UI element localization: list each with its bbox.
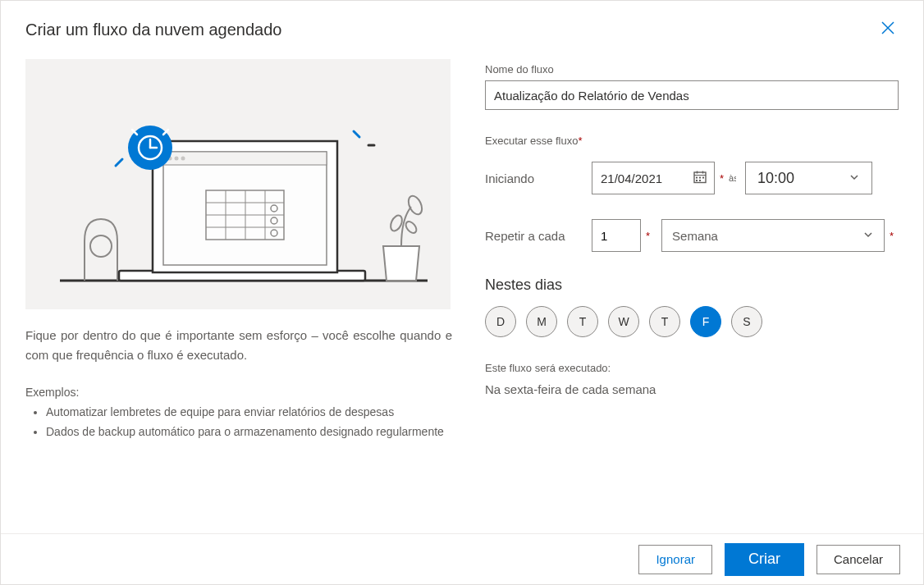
- skip-button[interactable]: Ignorar: [638, 545, 712, 574]
- required-marker: *: [720, 172, 724, 185]
- days-row: DMTWTFS: [485, 306, 899, 337]
- day-toggle-6[interactable]: S: [731, 306, 762, 337]
- list-item: Dados de backup automático para o armaze…: [46, 423, 452, 442]
- svg-line-26: [354, 131, 359, 137]
- create-button[interactable]: Criar: [725, 543, 804, 576]
- day-toggle-0[interactable]: D: [485, 306, 516, 337]
- svg-point-30: [404, 220, 419, 235]
- time-value: 10:00: [757, 170, 794, 187]
- svg-point-28: [406, 194, 425, 217]
- svg-line-25: [116, 159, 122, 166]
- day-toggle-2[interactable]: T: [567, 306, 598, 337]
- svg-rect-36: [699, 177, 701, 179]
- list-item: Automatizar lembretes de equipe para env…: [46, 403, 452, 423]
- calendar-icon: [693, 170, 707, 187]
- svg-rect-37: [702, 177, 704, 179]
- illustration: [25, 59, 451, 309]
- summary-text: Na sexta-feira de cada semana: [485, 382, 899, 396]
- required-marker: *: [890, 230, 894, 242]
- start-date-input[interactable]: 21/04/2021: [592, 162, 715, 194]
- cancel-button[interactable]: Cancelar: [817, 545, 900, 574]
- close-button[interactable]: [877, 17, 899, 43]
- description-text: Fique por dentro do que é importante sem…: [25, 326, 452, 365]
- svg-point-8: [181, 157, 185, 161]
- svg-rect-5: [163, 152, 327, 165]
- examples-list: Automatizar lembretes de equipe para env…: [25, 403, 452, 442]
- svg-point-1: [90, 235, 112, 257]
- run-flow-heading: Executar esse fluxo*: [485, 135, 899, 147]
- laptop-schedule-illustration: [25, 59, 451, 309]
- examples-label: Exemplos:: [25, 386, 452, 399]
- summary-label: Este fluxo será executado:: [485, 362, 899, 374]
- repeat-unit-select[interactable]: Semana: [661, 219, 885, 252]
- days-heading: Nestes dias: [485, 277, 899, 294]
- start-time-select[interactable]: 10:00: [745, 162, 872, 194]
- day-toggle-3[interactable]: W: [608, 306, 639, 337]
- repeat-unit-value: Semana: [672, 229, 718, 243]
- day-toggle-5[interactable]: F: [690, 306, 721, 337]
- flow-name-input[interactable]: [485, 80, 899, 110]
- dialog-title: Criar um fluxo da nuvem agendado: [25, 21, 281, 39]
- required-marker: *: [646, 230, 650, 242]
- svg-rect-35: [696, 177, 698, 179]
- close-icon: [881, 21, 895, 39]
- svg-point-7: [175, 157, 179, 161]
- chevron-down-icon: [862, 229, 874, 243]
- chevron-down-icon: [849, 170, 860, 187]
- svg-rect-38: [696, 180, 698, 181]
- day-toggle-4[interactable]: T: [649, 306, 680, 337]
- repeat-interval-input[interactable]: [592, 219, 641, 252]
- flow-name-label: Nome do fluxo: [485, 63, 899, 75]
- day-toggle-1[interactable]: M: [526, 306, 557, 337]
- start-date-value: 21/04/2021: [601, 171, 662, 185]
- at-label: às: [729, 173, 736, 183]
- repeat-label: Repetir a cada: [485, 229, 592, 243]
- starting-label: Iniciando: [485, 171, 592, 185]
- svg-rect-39: [699, 180, 701, 181]
